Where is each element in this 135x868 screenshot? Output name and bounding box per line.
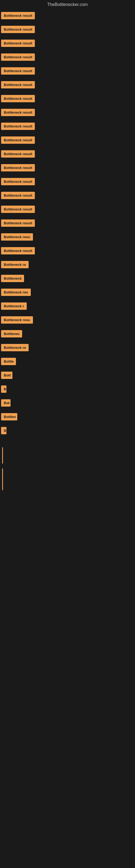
bottleneck-item-6: Bottleneck result (1, 95, 35, 102)
title-text: TheBottlenecker.com (47, 2, 88, 7)
bottleneck-item-4: Bottleneck result (1, 67, 35, 74)
bottleneck-item-20: Bottleneck res (1, 289, 31, 296)
bottleneck-item-21: Bottleneck r (1, 303, 27, 310)
bottleneck-item-12: Bottleneck result (1, 178, 35, 185)
bottleneck-item-14: Bottleneck result (1, 206, 35, 213)
site-title: TheBottlenecker.com (0, 0, 135, 9)
bottleneck-item-23: Bottlenec (1, 330, 22, 337)
bottleneck-item-2: Bottleneck result (1, 40, 35, 47)
bottleneck-item-7: Bottleneck result (1, 109, 35, 116)
bottleneck-item-19: Bottleneck (1, 275, 24, 282)
bottleneck-item-1: Bottleneck result (1, 26, 35, 33)
bottleneck-item-0: Bottleneck result (1, 12, 35, 19)
bottleneck-item-25: Bottle (1, 358, 16, 365)
bottleneck-item-27: B (1, 385, 6, 393)
bottleneck-item-30: B (1, 427, 6, 434)
bottleneck-item-22: Bottleneck resu (1, 316, 33, 323)
bottleneck-container: Bottleneck resultBottleneck resultBottle… (0, 9, 135, 440)
bottleneck-item-11: Bottleneck result (1, 164, 35, 172)
bottleneck-item-28: Bot (1, 399, 10, 407)
bottleneck-item-8: Bottleneck result (1, 123, 35, 130)
bottleneck-item-9: Bottleneck result (1, 136, 35, 144)
bottleneck-item-18: Bottleneck re (1, 261, 29, 268)
bottleneck-item-3: Bottleneck result (1, 54, 35, 61)
bottleneck-item-10: Bottleneck result (1, 150, 35, 158)
bar-1 (2, 447, 3, 464)
bottleneck-item-5: Bottleneck result (1, 81, 35, 88)
bottleneck-item-13: Bottleneck result (1, 192, 35, 199)
bottleneck-item-16: Bottleneck resu (1, 233, 33, 241)
vertical-bars (0, 440, 135, 497)
bar-2 (2, 468, 3, 490)
bottleneck-item-29: Bottlen (1, 413, 17, 421)
bottleneck-item-24: Bottleneck re (1, 344, 29, 351)
bottleneck-item-17: Bottleneck result (1, 247, 35, 254)
bottleneck-item-26: Bott (1, 372, 12, 379)
bottleneck-item-15: Bottleneck result (1, 219, 35, 227)
